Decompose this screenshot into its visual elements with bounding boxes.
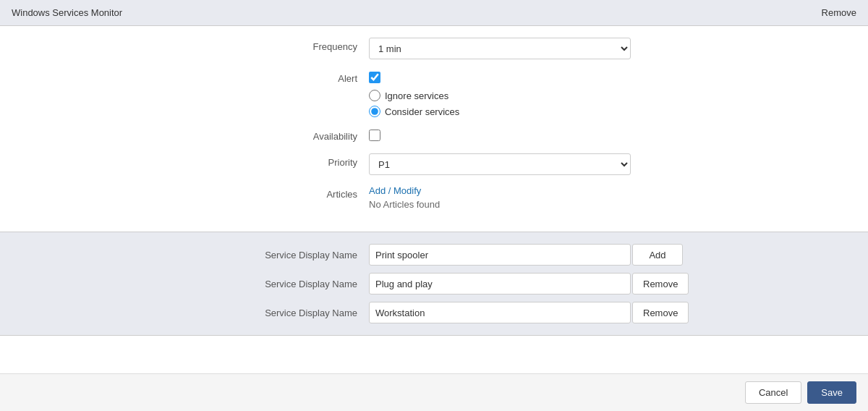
radio-consider-item: Consider services — [369, 106, 854, 117]
articles-row: Articles Add / Modify No Articles found — [0, 185, 868, 210]
availability-label: Availability — [14, 127, 369, 142]
service-input-1[interactable] — [369, 244, 631, 266]
service-input-2[interactable] — [369, 273, 631, 295]
frequency-row: Frequency 1 min 5 min 10 min 15 min 30 m… — [0, 38, 868, 59]
alert-label: Alert — [14, 69, 369, 84]
title-bar: Windows Services Monitor Remove — [0, 0, 868, 26]
main-content: Frequency 1 min 5 min 10 min 15 min 30 m… — [0, 26, 868, 373]
no-articles-text: No Articles found — [369, 199, 854, 210]
service-row-1: Service Display Name Add — [0, 244, 868, 266]
radio-ignore[interactable] — [369, 90, 380, 101]
window-title: Windows Services Monitor — [12, 7, 122, 18]
cancel-button[interactable]: Cancel — [745, 381, 801, 404]
priority-label: Priority — [14, 153, 369, 168]
alert-checkbox[interactable] — [369, 72, 380, 83]
title-bar-remove-button[interactable]: Remove — [822, 7, 856, 18]
radio-consider-label: Consider services — [385, 106, 459, 117]
alert-control: Ignore services Consider services — [369, 69, 854, 117]
availability-row: Availability — [0, 127, 868, 143]
service-row-2: Service Display Name Remove — [0, 273, 868, 295]
save-button[interactable]: Save — [807, 381, 856, 404]
availability-control — [369, 127, 854, 143]
service-remove-button-2[interactable]: Remove — [632, 273, 689, 295]
radio-ignore-item: Ignore services — [369, 90, 854, 101]
priority-row: Priority P1 P2 P3 P4 P5 — [0, 153, 868, 175]
frequency-select[interactable]: 1 min 5 min 10 min 15 min 30 min 1 hour — [369, 38, 631, 59]
radio-ignore-label: Ignore services — [385, 90, 448, 101]
service-display-name-label-3: Service Display Name — [14, 308, 369, 318]
priority-select[interactable]: P1 P2 P3 P4 P5 — [369, 153, 631, 175]
radio-consider[interactable] — [369, 106, 380, 117]
articles-control: Add / Modify No Articles found — [369, 185, 854, 210]
service-display-name-label-1: Service Display Name — [14, 250, 369, 260]
service-display-name-label-2: Service Display Name — [14, 279, 369, 289]
alert-radio-group: Ignore services Consider services — [369, 90, 854, 117]
availability-checkbox[interactable] — [369, 130, 380, 141]
service-add-button-1[interactable]: Add — [632, 244, 683, 266]
frequency-control: 1 min 5 min 10 min 15 min 30 min 1 hour — [369, 38, 854, 59]
services-section: Service Display Name Add Service Display… — [0, 232, 868, 336]
service-row-3: Service Display Name Remove — [0, 302, 868, 323]
articles-label: Articles — [14, 185, 369, 200]
priority-control: P1 P2 P3 P4 P5 — [369, 153, 854, 175]
footer: Cancel Save — [0, 373, 868, 411]
articles-add-modify-link[interactable]: Add / Modify — [369, 185, 421, 196]
form-section: Frequency 1 min 5 min 10 min 15 min 30 m… — [0, 26, 868, 232]
service-input-3[interactable] — [369, 302, 631, 323]
service-remove-button-3[interactable]: Remove — [632, 302, 689, 323]
frequency-label: Frequency — [14, 38, 369, 52]
alert-row: Alert Ignore services Consider services — [0, 69, 868, 117]
